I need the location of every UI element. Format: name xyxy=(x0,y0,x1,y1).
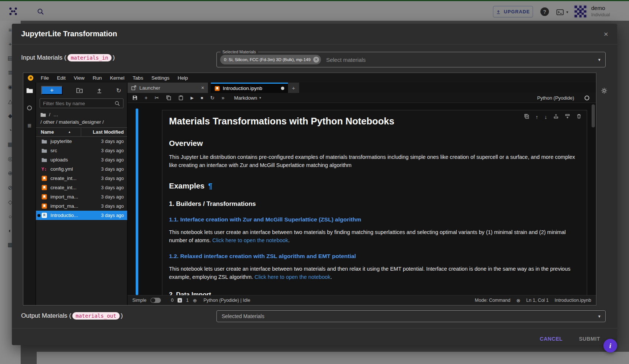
file-row-config-yml[interactable]: Y: config.yml 3 days ago xyxy=(36,164,127,174)
file-browser-tab-icon[interactable] xyxy=(26,88,33,93)
stop-kernel-icon[interactable]: ■ xyxy=(201,96,203,100)
insert-cell-below-icon[interactable] xyxy=(565,114,570,120)
tab-launcher[interactable]: Launcher × xyxy=(128,83,208,93)
examples-heading: Examples¶ xyxy=(169,181,577,190)
duplicate-cell-icon[interactable] xyxy=(524,114,529,120)
cancel-button[interactable]: CANCEL xyxy=(540,336,563,342)
submit-button[interactable]: SUBMIT xyxy=(579,336,600,342)
new-tab-button[interactable]: + xyxy=(288,83,299,93)
output-materials-select[interactable]: Selected Materials ▼ xyxy=(216,310,606,322)
cursor-position[interactable]: Ln 1, Col 1 xyxy=(526,298,549,303)
overview-paragraph: This Jupyter Lite distribution contains … xyxy=(169,153,577,169)
menu-edit[interactable]: Edit xyxy=(53,75,70,81)
terminals-count[interactable]: 0 xyxy=(171,298,173,303)
material-chip[interactable]: 0: Si, Silicon, FCC (Fd-3m) 3D (Bulk), m… xyxy=(220,55,321,64)
paste-cells-icon[interactable] xyxy=(178,95,183,100)
anchor-pilcrow[interactable]: ¶ xyxy=(208,181,212,190)
upload-files-icon[interactable] xyxy=(96,88,102,93)
menu-run[interactable]: Run xyxy=(89,75,106,81)
markdown-cell[interactable]: ↑ ↓ Materials Transformations with Pytho… xyxy=(162,110,587,295)
kernels-count[interactable]: 1 xyxy=(186,298,189,303)
move-cell-down-icon[interactable]: ↓ xyxy=(544,114,547,120)
column-last-modified[interactable]: Last Modified xyxy=(81,129,127,135)
builders-heading: 1. Builders / Transformations xyxy=(169,200,577,208)
tab-introduction-ipynb[interactable]: Introduction.ipynb xyxy=(211,83,288,93)
jupyter-left-tabstrip: ≣ xyxy=(23,83,36,305)
emt-paragraph: This notebook lets user create an interf… xyxy=(169,265,577,281)
breadcrumb-path[interactable]: / other / materials_designer / xyxy=(40,119,123,125)
chevron-down-icon[interactable]: ▼ xyxy=(597,58,601,62)
zsl-paragraph: This notebook lets user create an interf… xyxy=(169,228,577,244)
sort-asc-icon: ▲ xyxy=(68,130,71,134)
data-import-heading: 2. Data Import xyxy=(169,291,577,295)
breadcrumb-root[interactable]: / xyxy=(49,112,50,117)
file-row-uploads[interactable]: uploads 3 days ago xyxy=(36,155,127,164)
file-row-introduction-selected[interactable]: Introductio... 3 days ago xyxy=(36,211,127,220)
notebook-content-area: ↑ ↓ Materials Transformations with Pytho… xyxy=(128,103,596,295)
breadcrumb-ellipsis[interactable]: … xyxy=(53,112,59,117)
cut-cells-icon[interactable]: ✂ xyxy=(155,95,159,101)
widget-settings-gear-icon[interactable] xyxy=(601,87,608,94)
new-folder-icon[interactable] xyxy=(76,87,83,93)
column-name[interactable]: Name ▲ xyxy=(36,128,81,136)
kernel-status-icon[interactable] xyxy=(585,96,589,100)
kernel-sessions-icon[interactable]: s xyxy=(178,298,182,303)
input-materials-select[interactable]: Selected Materials 0: Si, Silicon, FCC (… xyxy=(216,52,606,67)
running-kernels-tab-icon[interactable] xyxy=(27,106,32,110)
menu-settings[interactable]: Settings xyxy=(147,75,173,81)
insert-cell-icon[interactable]: + xyxy=(145,95,148,101)
file-row-jupyterlite[interactable]: jupyterlite 3 days ago xyxy=(36,137,127,146)
menu-tabs[interactable]: Tabs xyxy=(129,75,148,81)
menu-kernel[interactable]: Kernel xyxy=(106,75,129,81)
file-row-create-interface-2[interactable]: create_int... 3 days ago xyxy=(36,183,127,192)
delete-cell-icon[interactable] xyxy=(576,114,582,120)
close-tab-icon[interactable]: × xyxy=(201,85,204,91)
file-row-import-material-2[interactable]: import_ma... 3 days ago xyxy=(36,201,127,211)
chip-delete-icon[interactable]: × xyxy=(313,57,319,63)
menu-help[interactable]: Help xyxy=(173,75,192,81)
info-fab-button[interactable]: i xyxy=(603,339,617,353)
open-notebook-link[interactable]: Click here to open the notebook xyxy=(255,274,331,280)
launcher-icon xyxy=(131,85,136,90)
jupyter-menubar: File Edit View Run Kernel Tabs Settings … xyxy=(23,73,596,83)
yaml-file-icon: Y: xyxy=(41,166,47,172)
notebook-scrollbar[interactable] xyxy=(592,104,595,127)
notebook-file-icon xyxy=(215,86,220,91)
refresh-icon[interactable]: ↻ xyxy=(116,87,121,94)
materials-in-code-chip: materials_in xyxy=(67,54,112,61)
restart-run-all-icon[interactable]: » xyxy=(222,95,225,101)
close-icon[interactable]: × xyxy=(601,29,611,39)
unsaved-changes-dot[interactable] xyxy=(281,87,284,90)
copy-cells-icon[interactable] xyxy=(166,95,171,100)
scrollbar-thumb[interactable] xyxy=(592,104,595,127)
insert-cell-above-icon[interactable] xyxy=(553,114,559,120)
new-launcher-button[interactable]: + xyxy=(41,86,63,95)
open-notebook-link[interactable]: Click here to open the notebook xyxy=(212,237,288,243)
home-folder-icon[interactable] xyxy=(40,113,46,117)
jupyter-dock: Launcher × Introduction.ipynb + xyxy=(128,83,596,305)
menu-file[interactable]: File xyxy=(37,75,53,81)
output-select-value: Selected Materials xyxy=(217,311,605,322)
file-filter-input[interactable] xyxy=(43,101,112,106)
file-row-import-material[interactable]: import_ma... 3 days ago xyxy=(36,192,127,201)
cell-type-dropdown[interactable]: Markdown ▾ xyxy=(234,95,261,101)
move-cell-up-icon[interactable]: ↑ xyxy=(536,114,538,120)
file-row-src[interactable]: src 3 days ago xyxy=(36,146,127,155)
restart-kernel-icon[interactable]: ↻ xyxy=(210,95,215,101)
file-filter-box xyxy=(40,98,123,108)
simple-mode-toggle[interactable] xyxy=(150,298,161,303)
run-cell-icon[interactable]: ▶ xyxy=(191,96,193,100)
notifications-off-icon[interactable]: ⊗ xyxy=(516,298,520,303)
file-row-create-interface[interactable]: create_int... 3 days ago xyxy=(36,174,127,183)
chevron-down-icon[interactable]: ▼ xyxy=(597,314,601,318)
jupyterlite-transformation-dialog: JupyterLite Transformation × Input Mater… xyxy=(12,24,617,345)
kernel-status-text[interactable]: Python (Pyodide) | Idle xyxy=(203,298,250,303)
editor-mode[interactable]: Mode: Command xyxy=(475,298,510,303)
table-of-contents-tab-icon[interactable]: ≣ xyxy=(27,123,32,128)
menu-view[interactable]: View xyxy=(70,75,89,81)
save-icon[interactable] xyxy=(132,95,138,100)
cell-collapser-bar[interactable] xyxy=(136,108,138,295)
statusbar-filename[interactable]: Introduction.ipynb xyxy=(554,298,591,303)
language-server-icon[interactable]: ⊕ xyxy=(193,298,197,303)
kernel-name[interactable]: Python (Pyodide) xyxy=(537,95,574,101)
